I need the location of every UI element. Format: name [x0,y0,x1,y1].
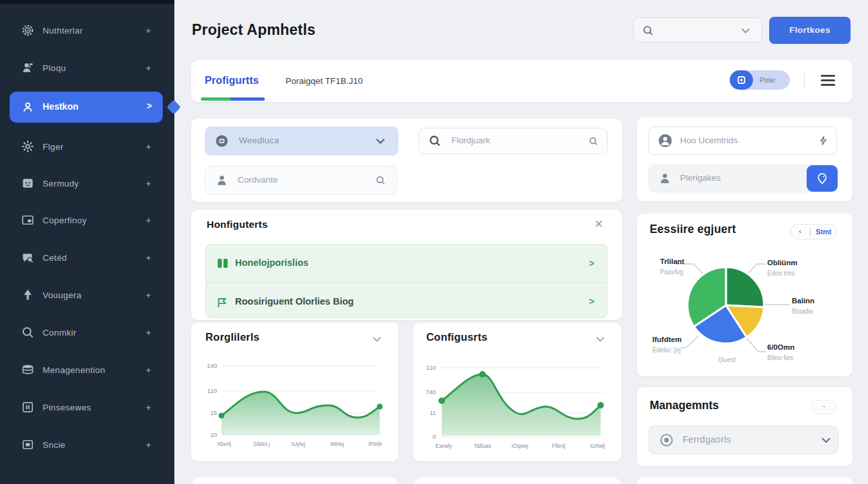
svg-text:110: 110 [207,387,217,394]
svg-text:Fllertj: Fllertj [552,443,566,449]
svg-text:140: 140 [207,362,217,369]
svg-text:15: 15 [210,409,217,416]
svg-text:740: 740 [426,388,436,396]
svg-text:Xberlj: Xberlj [217,441,231,447]
svg-text:Talluas: Talluas [474,443,491,449]
svg-text:IPtelir: IPtelir [368,441,382,447]
svg-text:IUylej: IUylej [291,441,305,447]
svg-text:Earwly: Earwly [435,443,452,449]
svg-text:10: 10 [210,431,217,438]
svg-text:IUrlwlj: IUrlwlj [590,443,604,449]
svg-text:IMrtej: IMrtej [330,441,344,447]
svg-text:110: 110 [426,364,436,371]
svg-text:Siblet j: Siblet j [253,441,270,447]
svg-text:0: 0 [433,433,436,440]
svg-text:11: 11 [429,409,436,416]
svg-text:IOqwsj: IOqwsj [512,443,528,449]
